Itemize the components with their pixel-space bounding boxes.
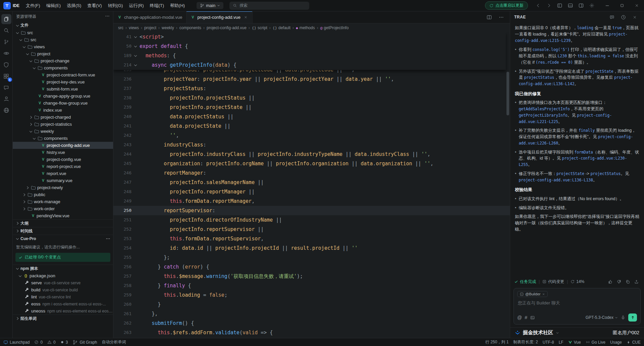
- code-line-246[interactable]: 246 reportManager:: [113, 168, 510, 178]
- npm-script-lint[interactable]: lintvue-cli-service lint: [13, 293, 113, 300]
- tree-item-project-contract-form.vue[interactable]: Vproject-contract-form.vue: [13, 71, 113, 78]
- tree-item-weekly[interactable]: weekly: [13, 128, 113, 135]
- code-line-260[interactable]: 260 }: [113, 300, 510, 309]
- code-line-240[interactable]: 240 data.projectStatus ||: [113, 112, 510, 121]
- section-outline[interactable]: 大纲: [13, 219, 113, 227]
- chat-input[interactable]: @Builder 您正在与 Builder 聊天 @ # GPT-5.3-Cod…: [514, 288, 641, 325]
- close-icon[interactable]: [542, 293, 545, 296]
- activity-extensions[interactable]: 5: [1, 71, 11, 81]
- code-line-254[interactable]: 254 id: data.id || projectInfo.projectId…: [113, 243, 510, 253]
- tree-item-project-config-add.vue[interactable]: Vproject-config-add.vue: [13, 142, 113, 149]
- tree-item-project-config.vue[interactable]: Vproject-config.vue: [13, 156, 113, 163]
- code-line-258[interactable]: 258 } finally {: [113, 281, 510, 290]
- inline-code[interactable]: L230: [557, 54, 567, 58]
- inline-code[interactable]: projectStatus: [524, 75, 554, 80]
- code-line-50[interactable]: 50export default {: [113, 42, 506, 51]
- section-cuepro[interactable]: Cue-Pro: [13, 235, 113, 242]
- code-line-244[interactable]: 244 projectInfo.industryClass || project…: [113, 150, 510, 159]
- tree-item-public[interactable]: public: [13, 191, 113, 198]
- forward-button[interactable]: [543, 1, 554, 10]
- tree-item-views[interactable]: views: [13, 43, 113, 50]
- activity-preview[interactable]: [1, 48, 11, 58]
- menu-item-1[interactable]: 编辑(E): [43, 0, 64, 11]
- activity-account[interactable]: [1, 94, 11, 104]
- activity-chat[interactable]: [1, 82, 11, 93]
- tree-item-src[interactable]: src: [13, 29, 113, 36]
- code-line-255[interactable]: 255 };: [113, 253, 510, 262]
- tree-item-project-charged[interactable]: project-charged: [13, 114, 113, 121]
- section-unknown-words[interactable]: 陌生单词: [13, 314, 113, 322]
- activity-source-control[interactable]: [1, 37, 11, 47]
- code-line-251[interactable]: 251 projectInfo.directorOfIndustryName |…: [113, 215, 510, 225]
- send-button[interactable]: [628, 313, 637, 322]
- npm-script-build[interactable]: buildvue-cli-service build: [13, 286, 113, 293]
- npm-script-uneoss[interactable]: uneossnpm uni eoss-element eoss-ui eoss-…: [13, 307, 113, 314]
- breadcrumb-item-components[interactable]: components: [179, 25, 201, 30]
- status-errors[interactable]: 0: [34, 340, 43, 345]
- code-line-250[interactable]: 250 reportSupervisor:: [113, 206, 510, 215]
- tree-item-src[interactable]: src: [13, 36, 113, 43]
- tree-item-project-key-des.vue[interactable]: Vproject-key-des.vue: [13, 78, 113, 85]
- code-line-263[interactable]: 263 this.$refs.addForm.validate(valid =>…: [113, 328, 510, 337]
- builder-context-chip[interactable]: @Builder: [517, 291, 548, 297]
- split-editor-button[interactable]: [484, 13, 494, 22]
- status-auto-analyze-words[interactable]: 自动分析单词: [102, 339, 126, 345]
- code-line-249[interactable]: 249 this.formData.reportManager,: [113, 196, 510, 206]
- editor-tab-project-config-add.vue[interactable]: Vproject-config-add.vue: [186, 11, 253, 23]
- inline-code[interactable]: this.loading = false: [578, 54, 624, 58]
- tree-item-project[interactable]: project: [13, 50, 113, 57]
- breadcrumb-item-methods[interactable]: ◆methods: [296, 25, 315, 30]
- code-line-262[interactable]: 262 submitForm() {: [113, 319, 510, 328]
- npm-script-eoss[interactable]: eossnpm i eoss-element eoss-ui eoss-...: [13, 300, 113, 307]
- editor-scrollbar[interactable]: [506, 32, 510, 338]
- breadcrumb-item-project[interactable]: project: [144, 25, 156, 30]
- maximize-window-button[interactable]: [614, 0, 629, 11]
- code-line-245[interactable]: 245 organization: projectInfo.orgName ||…: [113, 159, 510, 168]
- code-line-238[interactable]: 238 projectInfo.projectStatus ||: [113, 93, 510, 103]
- explorer-more-button[interactable]: [105, 14, 110, 19]
- inline-code[interactable]: projectStatus: [590, 171, 621, 176]
- close-panel-button[interactable]: [629, 12, 640, 22]
- breadcrumb-item-getProjectInfo[interactable]: @getProjectInfo: [320, 25, 349, 30]
- code-line-237[interactable]: 237 projectStatus:: [113, 84, 510, 93]
- code-line-261[interactable]: 261 },: [113, 309, 510, 319]
- inline-code[interactable]: finally: [579, 128, 595, 133]
- code-line-256[interactable]: 256 } catch (error) {: [113, 262, 510, 272]
- inline-code[interactable]: projectState: [586, 69, 613, 74]
- thumbs-down-button[interactable]: [615, 278, 623, 285]
- tree-item-work-order[interactable]: work-order: [13, 205, 113, 212]
- tree-item-change-flow-group.vue[interactable]: Vchange-flow-group.vue: [13, 100, 113, 107]
- new-conversation-button[interactable]: [606, 12, 617, 22]
- menu-item-0[interactable]: 文件(F): [23, 0, 43, 11]
- attach-image-button[interactable]: [530, 315, 535, 320]
- status-cue[interactable]: CUE: [627, 340, 641, 345]
- inline-code[interactable]: true: [612, 25, 622, 30]
- status-go-live[interactable]: Go Live: [586, 340, 605, 345]
- status-tab-size[interactable]: 制表符长度: 2: [513, 339, 538, 345]
- code-line-257[interactable]: 257 this.$message.warning('获取项目信息失败，请重试'…: [113, 272, 510, 281]
- activity-explorer[interactable]: [1, 14, 11, 24]
- section-npm-scripts[interactable]: npm 脚本: [13, 265, 113, 272]
- status-launchpad[interactable]: Launchpad: [3, 340, 30, 345]
- breadcrumb-item-views[interactable]: views: [129, 25, 139, 30]
- topic-button[interactable]: #: [525, 315, 527, 320]
- menu-item-5[interactable]: 运行(R): [126, 0, 147, 11]
- code-line-259[interactable]: 259 this.loading = false;: [113, 290, 510, 300]
- export-response-button[interactable]: [633, 278, 640, 285]
- inline-code[interactable]: formData: [574, 150, 593, 155]
- activity-security[interactable]: [1, 60, 11, 70]
- npm-package-json[interactable]: {} package.json: [13, 272, 113, 279]
- breadcrumb-item-script[interactable]: {}script: [252, 25, 267, 30]
- back-button[interactable]: [533, 1, 543, 10]
- code-line-241[interactable]: 241 data.projectState ||: [113, 121, 510, 131]
- code-line-214[interactable]: 214 async getProjectInfo(data) {: [113, 60, 506, 70]
- status-encoding[interactable]: UTF-8: [543, 340, 554, 345]
- code-line-253[interactable]: 253 this.formData.reportSupervisor,: [113, 234, 510, 243]
- status-language-mode[interactable]: Vue: [568, 340, 581, 345]
- status-warnings[interactable]: 0: [47, 340, 56, 345]
- code-line-189[interactable]: 189 methods: {: [113, 51, 506, 60]
- menu-item-3[interactable]: 查看(V): [84, 0, 105, 11]
- tree-item-index.vue[interactable]: Vindex.vue: [13, 107, 113, 114]
- inline-code[interactable]: console.log('5'): [532, 47, 570, 52]
- toggle-secondary-sidebar-button[interactable]: [576, 1, 586, 10]
